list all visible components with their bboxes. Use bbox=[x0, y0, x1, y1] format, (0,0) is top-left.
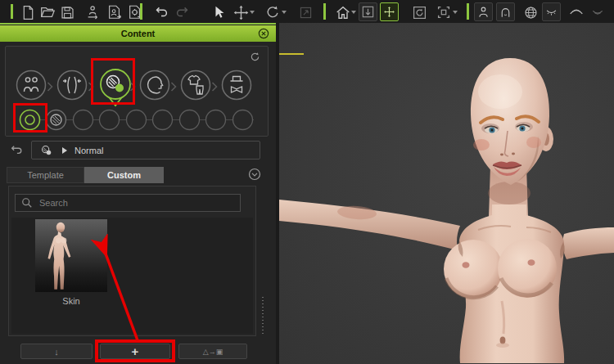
closed-eye-button[interactable] bbox=[542, 2, 561, 21]
category-body-morph[interactable] bbox=[56, 69, 88, 101]
export-character-button[interactable] bbox=[84, 2, 103, 22]
toolbar-accent-bar bbox=[11, 4, 13, 19]
apply-to-selected-button[interactable]: △→▣ bbox=[178, 344, 247, 359]
upper-lashes-icon bbox=[568, 4, 585, 20]
undo-button[interactable] bbox=[151, 2, 171, 22]
character-model bbox=[279, 23, 614, 364]
apply-glyph: △→▣ bbox=[203, 348, 223, 356]
content-grid: Skin bbox=[11, 218, 253, 334]
viewport-3d[interactable] bbox=[279, 23, 614, 364]
skin-item-thumbnail[interactable] bbox=[35, 219, 107, 292]
rotate-icon bbox=[264, 4, 281, 20]
selected-ring-icon bbox=[20, 110, 40, 130]
refresh-box-icon bbox=[412, 5, 427, 20]
redo-icon bbox=[174, 4, 191, 20]
show-globe-button[interactable] bbox=[521, 2, 540, 22]
chevron-right-icon bbox=[211, 82, 218, 92]
category-character[interactable] bbox=[15, 69, 47, 101]
move-down-button[interactable]: ↓ bbox=[20, 344, 93, 359]
panel-resize-handle[interactable] bbox=[261, 297, 264, 336]
category-accessories[interactable] bbox=[220, 69, 253, 101]
selection-frame-button[interactable] bbox=[434, 2, 454, 22]
open-file-button[interactable] bbox=[38, 2, 57, 22]
material-slot-empty[interactable] bbox=[72, 109, 94, 131]
toolbar-separator bbox=[140, 3, 142, 20]
home-view-button[interactable] bbox=[333, 2, 353, 22]
redo-button[interactable] bbox=[173, 2, 192, 22]
plus-glyph: + bbox=[132, 344, 139, 358]
new-file-icon bbox=[20, 5, 36, 20]
toolbar-separator bbox=[467, 3, 469, 20]
toolbar-separator bbox=[323, 3, 326, 20]
chevron-right-icon bbox=[129, 82, 136, 92]
library-section: Skin bbox=[8, 186, 256, 336]
globe-icon bbox=[523, 5, 539, 20]
category-head[interactable] bbox=[138, 69, 171, 101]
select-arrow-icon bbox=[211, 4, 228, 20]
rotate-tool-caret[interactable] bbox=[282, 11, 287, 14]
show-head-button[interactable] bbox=[496, 2, 515, 21]
move-tool-caret[interactable] bbox=[250, 11, 255, 14]
tab-template[interactable]: Template bbox=[7, 167, 84, 183]
material-slot-empty[interactable] bbox=[125, 109, 147, 131]
pan-camera-icon bbox=[382, 5, 396, 19]
refresh-icon bbox=[249, 51, 261, 63]
add-new-button[interactable]: + bbox=[100, 344, 170, 359]
search-input[interactable] bbox=[38, 197, 240, 209]
move-icon bbox=[233, 4, 250, 21]
back-button[interactable] bbox=[9, 143, 24, 156]
save-button[interactable] bbox=[57, 2, 77, 22]
closed-eye-icon bbox=[544, 5, 558, 19]
material-slot-empty[interactable] bbox=[151, 109, 174, 131]
upper-lashes-button[interactable] bbox=[567, 2, 586, 22]
skin-material-mini-icon bbox=[40, 144, 53, 157]
app-window: Content bbox=[0, 0, 614, 364]
fit-vertical-icon bbox=[361, 5, 375, 19]
category-clothes[interactable] bbox=[179, 69, 212, 101]
selection-frame-caret[interactable] bbox=[453, 11, 458, 14]
show-character-button[interactable] bbox=[474, 2, 493, 21]
chevron-right-icon bbox=[88, 82, 94, 92]
save-character-preset-button[interactable] bbox=[105, 2, 124, 22]
material-slot-empty[interactable] bbox=[232, 109, 254, 131]
rotate-tool-button[interactable] bbox=[263, 2, 282, 22]
fit-vertical-button[interactable] bbox=[359, 2, 377, 21]
clothes-icon bbox=[188, 76, 203, 95]
select-tool-button[interactable] bbox=[210, 2, 229, 22]
two-people-icon bbox=[25, 78, 38, 92]
character-icon bbox=[476, 5, 490, 19]
material-slot-empty[interactable] bbox=[205, 109, 227, 131]
skin-item-label: Skin bbox=[35, 296, 107, 306]
close-panel-button[interactable] bbox=[258, 28, 269, 39]
lower-lashes-button[interactable] bbox=[588, 2, 607, 22]
material-slot-empty[interactable] bbox=[178, 109, 201, 131]
material-slot-mask[interactable] bbox=[45, 109, 67, 131]
selection-frame-icon bbox=[436, 4, 452, 20]
head-profile-icon bbox=[148, 77, 163, 93]
viewport-marker-line bbox=[279, 53, 304, 55]
pan-camera-button-active[interactable] bbox=[380, 2, 399, 21]
content-panel: Content bbox=[0, 23, 276, 364]
move-tool-button[interactable] bbox=[231, 2, 251, 22]
open-folder-icon bbox=[39, 4, 56, 20]
material-slot-empty[interactable] bbox=[98, 109, 120, 131]
collapse-section-button[interactable] bbox=[248, 168, 261, 181]
save-icon bbox=[60, 5, 75, 20]
scale-tool-button[interactable] bbox=[296, 2, 315, 22]
expand-caret-icon bbox=[61, 146, 68, 155]
material-mode-dropdown[interactable]: Normal bbox=[31, 141, 260, 160]
chevron-down-circle-icon bbox=[248, 168, 261, 181]
main-toolbar bbox=[0, 0, 614, 23]
refresh-box-button[interactable] bbox=[409, 2, 429, 22]
home-view-caret[interactable] bbox=[351, 11, 356, 14]
body-morph-icon bbox=[63, 77, 81, 93]
new-project-button[interactable] bbox=[18, 2, 38, 22]
document-character-icon bbox=[106, 4, 123, 20]
category-skin-active[interactable] bbox=[97, 67, 133, 111]
refresh-button[interactable] bbox=[249, 51, 261, 63]
material-slot-active[interactable] bbox=[19, 109, 41, 131]
tab-custom[interactable]: Custom bbox=[84, 167, 164, 183]
tab-template-label: Template bbox=[27, 170, 64, 180]
search-box[interactable] bbox=[15, 194, 241, 212]
content-panel-header[interactable]: Content bbox=[0, 25, 276, 42]
